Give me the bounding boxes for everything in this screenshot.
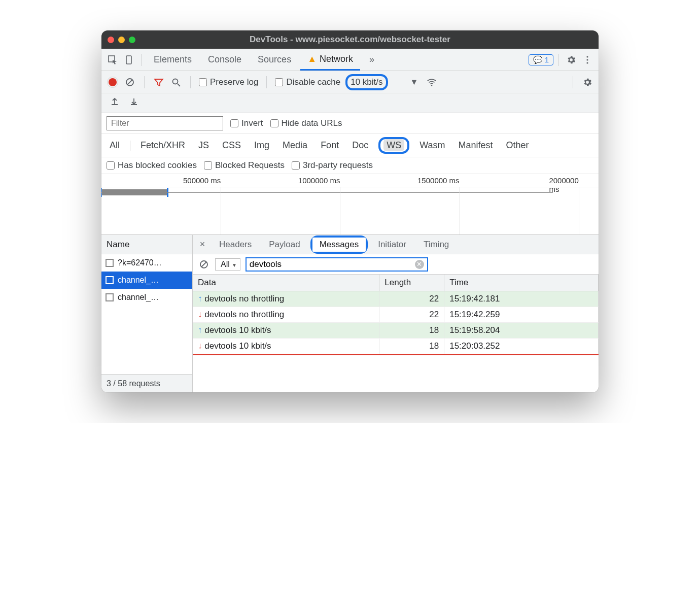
type-filter-img[interactable]: Img	[251, 139, 272, 152]
more-tabs-button[interactable]: »	[362, 49, 381, 71]
divider	[573, 76, 573, 88]
col-data[interactable]: Data	[193, 275, 379, 291]
arrow-down-icon: ↓	[198, 310, 202, 319]
throttling-value: 10 kbit/s	[351, 77, 382, 87]
tab-sources[interactable]: Sources	[251, 49, 298, 71]
close-window-button[interactable]	[108, 37, 114, 43]
col-length[interactable]: Length	[379, 275, 444, 291]
invert-checkbox[interactable]: Invert	[230, 118, 263, 128]
tab-label: Console	[208, 54, 241, 65]
search-icon[interactable]	[170, 76, 182, 88]
maximize-window-button[interactable]	[129, 37, 135, 43]
detail-tab-payload[interactable]: Payload	[262, 238, 307, 252]
issues-count: 1	[545, 55, 549, 64]
chat-icon: 💬	[533, 55, 543, 64]
tab-network[interactable]: ▲ Network	[300, 49, 360, 71]
filter-toggle-icon[interactable]	[153, 76, 165, 88]
svg-point-3	[586, 59, 588, 60]
checkbox-label: Preserve log	[210, 77, 258, 87]
checkbox-label: Blocked Requests	[215, 160, 285, 171]
blocked-requests-checkbox[interactable]: Blocked Requests	[204, 160, 285, 171]
checkbox-label: 3rd-party requests	[303, 160, 373, 171]
resource-type-filters: AllFetch/XHRJSCSSImgMediaFontDocWSWasmMa…	[101, 134, 599, 157]
network-toolbar-2	[101, 93, 599, 113]
network-settings-icon[interactable]	[581, 76, 593, 88]
message-time: 15:19:42.259	[444, 307, 599, 323]
message-row[interactable]: ↑ devtools 10 kbit/s1815:19:58.204	[193, 323, 599, 339]
third-party-checkbox[interactable]: 3rd-party requests	[292, 160, 373, 171]
type-filter-wasm[interactable]: Wasm	[416, 139, 448, 152]
type-filter-js[interactable]: JS	[195, 139, 212, 152]
devtools-window: DevTools - www.piesocket.com/websocket-t…	[101, 30, 599, 392]
filter-input[interactable]	[107, 116, 223, 130]
clear-messages-button[interactable]	[198, 258, 210, 271]
close-detail-button[interactable]: ×	[196, 239, 209, 250]
type-filter-doc[interactable]: Doc	[349, 139, 371, 152]
divider	[144, 76, 145, 88]
timeline-overview[interactable]: 500000 ms1000000 ms1500000 ms2000000 ms	[101, 174, 599, 235]
blocked-cookies-checkbox[interactable]: Has blocked cookies	[107, 160, 197, 171]
clear-button[interactable]	[124, 76, 136, 88]
network-toolbar: Preserve log Disable cache 10 kbit/s ▼	[101, 71, 599, 93]
type-filter-media[interactable]: Media	[279, 139, 310, 152]
message-data: ↑ devtools 10 kbit/s	[193, 323, 379, 339]
col-time[interactable]: Time	[444, 275, 599, 291]
kebab-menu-icon[interactable]	[580, 53, 594, 67]
type-filter-other[interactable]: Other	[503, 139, 532, 152]
type-filter-fetch-xhr[interactable]: Fetch/XHR	[137, 139, 188, 152]
request-name: ?k=62470…	[118, 258, 162, 267]
arrow-up-icon: ↑	[198, 294, 202, 303]
type-filter-font[interactable]: Font	[318, 139, 342, 152]
device-toggle-icon[interactable]	[122, 53, 136, 67]
panel-tabs: Elements Console Sources ▲ Network » 💬 1	[101, 49, 599, 71]
message-type-select[interactable]: All	[215, 258, 240, 271]
detail-tab-headers[interactable]: Headers	[212, 238, 259, 252]
request-row[interactable]: ?k=62470…	[101, 254, 192, 272]
import-har-icon[interactable]	[109, 95, 121, 108]
record-button[interactable]	[107, 76, 119, 88]
clear-filter-icon[interactable]: ✕	[415, 260, 424, 269]
message-filter-input[interactable]: ✕	[246, 257, 428, 272]
chevron-right-icon: »	[369, 54, 374, 65]
network-conditions-icon[interactable]	[426, 76, 438, 88]
request-detail: × HeadersPayloadMessagesInitiatorTiming …	[193, 235, 599, 392]
titlebar: DevTools - www.piesocket.com/websocket-t…	[101, 30, 599, 49]
checkbox-label: Invert	[241, 118, 263, 128]
request-row[interactable]: channel_…	[101, 272, 192, 289]
issues-badge[interactable]: 💬 1	[529, 54, 553, 65]
requests-list: Name ?k=62470…channel_…channel_… 3 / 58 …	[101, 235, 193, 392]
detail-tabs: × HeadersPayloadMessagesInitiatorTiming	[193, 235, 599, 254]
detail-tab-initiator[interactable]: Initiator	[371, 238, 413, 252]
message-length: 22	[379, 307, 444, 323]
type-filter-all[interactable]: All	[107, 139, 123, 152]
type-filter-manifest[interactable]: Manifest	[456, 139, 496, 152]
checkbox-label: Has blocked cookies	[118, 160, 197, 171]
message-row[interactable]: ↑ devtools no throttling2215:19:42.181	[193, 291, 599, 307]
message-filter-field[interactable]	[250, 259, 415, 269]
settings-icon[interactable]	[564, 53, 578, 67]
message-row[interactable]: ↓ devtools 10 kbit/s1815:20:03.252	[193, 339, 599, 354]
hide-data-urls-checkbox[interactable]: Hide data URLs	[270, 118, 342, 128]
throttling-caret-icon[interactable]: ▼	[408, 76, 421, 88]
tab-console[interactable]: Console	[201, 49, 249, 71]
type-filter-ws[interactable]: WS	[378, 137, 409, 154]
checkbox-label: Hide data URLs	[282, 118, 342, 128]
minimize-window-button[interactable]	[118, 37, 125, 43]
message-length: 18	[379, 323, 444, 339]
request-name: channel_…	[118, 276, 159, 285]
message-row[interactable]: ↓ devtools no throttling2215:19:42.259	[193, 307, 599, 323]
export-har-icon[interactable]	[128, 95, 140, 108]
traffic-lights	[108, 37, 135, 43]
message-time: 15:19:42.181	[444, 291, 599, 307]
request-row[interactable]: channel_…	[101, 289, 192, 306]
tab-elements[interactable]: Elements	[147, 49, 199, 71]
type-filter-css[interactable]: CSS	[219, 139, 244, 152]
table-end-marker	[193, 354, 599, 355]
detail-tab-messages[interactable]: Messages	[312, 238, 366, 252]
svg-rect-1	[126, 56, 131, 64]
detail-tab-timing[interactable]: Timing	[416, 238, 456, 252]
preserve-log-checkbox[interactable]: Preserve log	[199, 77, 258, 87]
throttling-select[interactable]: 10 kbit/s	[345, 74, 388, 90]
disable-cache-checkbox[interactable]: Disable cache	[275, 77, 340, 87]
inspect-icon[interactable]	[106, 53, 120, 67]
